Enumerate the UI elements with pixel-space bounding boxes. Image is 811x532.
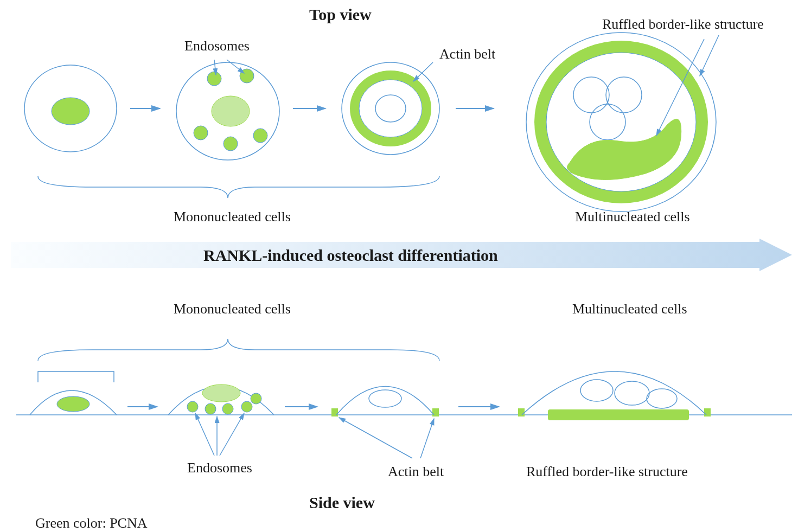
top-cell-1 <box>24 65 117 152</box>
label-multi-side: Multinucleated cells <box>572 301 687 317</box>
svg-point-34 <box>615 381 649 405</box>
actin-belt-pointer <box>413 62 433 81</box>
side-cell-3 <box>331 387 439 417</box>
svg-point-26 <box>251 393 261 404</box>
label-endosomes-side: Endosomes <box>187 460 252 476</box>
svg-point-35 <box>647 389 677 408</box>
svg-point-22 <box>187 401 198 412</box>
label-ruffled-top: Ruffled border-like structure <box>602 16 764 33</box>
svg-point-23 <box>205 403 216 414</box>
diagram-top-view <box>0 0 811 233</box>
label-endosomes-top: Endosomes <box>184 38 250 54</box>
svg-rect-27 <box>331 408 338 416</box>
svg-point-24 <box>222 403 233 414</box>
top-cell-3 <box>342 62 439 155</box>
side-cell-1 <box>30 390 117 415</box>
top-cell-2 <box>176 62 279 160</box>
svg-rect-31 <box>704 408 711 416</box>
svg-point-29 <box>369 390 401 407</box>
actin-belt-side-pointer-1 <box>339 418 412 458</box>
title-side-view: Side view <box>309 493 375 512</box>
endosome-side-pointer-3 <box>220 413 244 456</box>
svg-point-3 <box>212 96 250 126</box>
svg-point-21 <box>202 384 240 402</box>
svg-point-1 <box>52 98 90 125</box>
svg-point-11 <box>359 80 422 137</box>
bracket-side-cell1 <box>38 371 114 382</box>
svg-point-4 <box>207 72 221 86</box>
brace-top <box>38 176 439 198</box>
brace-side <box>38 339 439 361</box>
svg-point-20 <box>57 396 90 412</box>
label-main-arrow: RANKL-induced osteoclast differentiation <box>203 246 498 265</box>
label-actin-belt-side: Actin belt <box>388 464 444 480</box>
svg-point-6 <box>194 126 208 140</box>
label-multi-top: Multinucleated cells <box>575 209 690 225</box>
svg-point-33 <box>580 380 613 401</box>
title-top-view: Top view <box>309 5 372 24</box>
label-mono-side: Mononucleated cells <box>174 301 291 317</box>
side-cell-2 <box>168 384 274 415</box>
svg-rect-30 <box>518 408 525 416</box>
diagram-side-view <box>0 277 811 526</box>
legend-pcna: Green color: PCNA <box>35 515 148 531</box>
svg-rect-32 <box>548 409 689 420</box>
label-mono-top: Mononucleated cells <box>174 209 291 225</box>
label-actin-belt-top: Actin belt <box>439 46 495 62</box>
svg-rect-28 <box>432 408 439 416</box>
svg-point-8 <box>253 129 267 143</box>
top-cell-4 <box>526 33 716 211</box>
actin-belt-side-pointer-2 <box>420 419 434 458</box>
endosome-pointer-2 <box>227 60 244 73</box>
svg-point-25 <box>241 401 252 412</box>
side-cell-4 <box>518 371 711 420</box>
label-ruffled-side: Ruffled border-like structure <box>526 464 688 480</box>
svg-point-7 <box>223 137 238 151</box>
endosome-side-pointer-1 <box>195 413 214 456</box>
